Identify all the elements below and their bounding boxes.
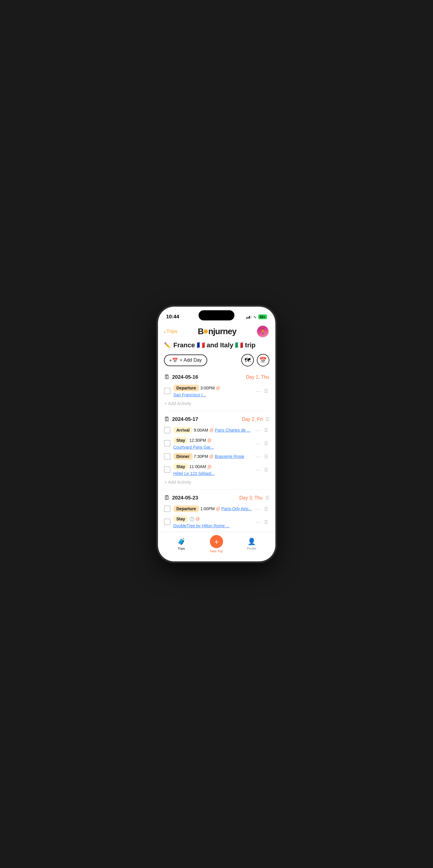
activity-tag: Stay <box>173 437 189 443</box>
more-options-button[interactable]: ⋮ <box>255 467 262 472</box>
more-options-button[interactable]: ⋮ <box>255 441 262 445</box>
day-calendar-icon-2: 🗓 <box>164 416 170 423</box>
toolbar-icons: 🗺 📅 <box>241 354 269 367</box>
more-options-button[interactable]: ⋮ <box>255 507 262 511</box>
back-button[interactable]: ‹ Trips <box>164 328 178 335</box>
battery-badge: 52+ <box>258 314 267 319</box>
drag-handle[interactable]: ☰ <box>264 388 268 394</box>
add-activity-button-day2[interactable]: + Add Activity <box>164 479 269 485</box>
activity-at: @ <box>196 517 200 521</box>
day-header-2: 🗓 2024-05-17 Day 2, Fri ☰ <box>164 414 269 424</box>
day-label-2: Day 2, Fri <box>242 417 263 422</box>
back-chevron-icon: ‹ <box>164 328 166 335</box>
signal-bars-icon <box>246 315 252 319</box>
map-icon: 🗺 <box>244 357 251 364</box>
trip-title: France 🇫🇷 and Italy 🇮🇹 trip <box>173 341 256 349</box>
logo-b: B <box>198 327 203 336</box>
nav-profile[interactable]: 👤 Profile <box>234 538 269 550</box>
more-options-button[interactable]: ⋮ <box>255 428 262 432</box>
signal-bar-2 <box>247 317 248 319</box>
activity-actions: ⋮ ☰ <box>255 519 268 525</box>
back-label: Trips <box>166 329 177 335</box>
activity-content: Arrival 9:00AM @ Paris Charles de ... <box>173 427 252 433</box>
more-options-button[interactable]: ⋮ <box>255 454 262 459</box>
activity-time: 12:30PM <box>189 438 206 443</box>
main-content: ✏️ France 🇫🇷 and Italy 🇮🇹 trip +📅 + Add … <box>158 341 275 532</box>
drag-handle[interactable]: ☰ <box>264 519 268 525</box>
drag-handle[interactable]: ☰ <box>264 467 268 472</box>
activity-place[interactable]: DoubleTree by Hilton Rome ... <box>173 523 230 528</box>
new-trip-circle: + <box>210 535 223 548</box>
profile-icon: 👤 <box>247 538 256 546</box>
activity-tag: Stay <box>173 463 189 470</box>
nav-trips-label: Trips <box>178 547 185 550</box>
activity-place[interactable]: Paris-Orly Airp... <box>221 506 252 511</box>
drag-handle[interactable]: ☰ <box>264 441 268 446</box>
activity-place[interactable]: Brasserie Rosie <box>215 454 244 459</box>
activity-time: 11:00AM <box>189 464 206 469</box>
signal-bar-1 <box>246 317 247 319</box>
day-drag-handle-2[interactable]: ☰ <box>265 416 269 422</box>
activity-at: @ <box>209 428 213 433</box>
activity-actions: ⋮ ☰ <box>255 467 268 472</box>
add-activity-button-day1[interactable]: + Add Activity <box>164 401 269 406</box>
phone-frame: 10:44 ∿ 52+ ‹ Trips Bnjurney <box>158 307 275 561</box>
activity-checkbox[interactable] <box>164 440 170 446</box>
day-calendar-icon-1: 🗓 <box>164 374 170 380</box>
toolbar: +📅 + Add Day 🗺 📅 <box>164 354 269 367</box>
logo-dot <box>204 330 208 334</box>
more-options-button[interactable]: ⋮ <box>255 520 262 524</box>
activity-actions: ⋮ ☰ <box>255 388 268 394</box>
add-day-label: + Add Day <box>180 358 202 363</box>
day-header-3: 🗓 2024-05-23 Day 3, Thu ☰ <box>164 493 269 502</box>
day-date-row-1: 🗓 2024-05-16 <box>164 374 198 380</box>
activity-content: Stay 12:30PM @ Courtyard Paris Gar... <box>173 437 252 450</box>
activity-place[interactable]: Courtyard Paris Gar... <box>173 445 214 450</box>
nav-profile-label: Profile <box>247 547 256 550</box>
activity-at: @ <box>216 385 220 390</box>
day-section-2: 🗓 2024-05-17 Day 2, Fri ☰ Arrival 9:00AM… <box>164 414 269 485</box>
activity-time: 7:30PM <box>194 454 208 459</box>
avatar[interactable]: 🧍 <box>257 325 269 338</box>
activity-place[interactable]: San Francisco I... <box>173 393 206 397</box>
day-date-row-2: 🗓 2024-05-17 <box>164 416 198 423</box>
signal-bar-3 <box>249 316 250 319</box>
drag-handle[interactable]: ☰ <box>264 454 268 459</box>
activity-content: Departure 1:00PM @ Paris-Orly Airp... <box>173 505 252 512</box>
activity-checkbox[interactable] <box>164 505 170 512</box>
activity-place[interactable]: Hôtel Le 123 Sébast... <box>173 471 215 476</box>
activity-content: Stay 11:00AM @ Hôtel Le 123 Sébast... <box>173 463 252 476</box>
activity-checkbox[interactable] <box>164 466 170 473</box>
drag-handle[interactable]: ☰ <box>264 427 268 433</box>
divider <box>164 411 269 411</box>
activity-item: Departure 1:00PM @ Paris-Orly Airp... ⋮ … <box>164 505 269 512</box>
activity-checkbox[interactable] <box>164 427 170 433</box>
activity-item: Dinner 7:30PM @ Brasserie Rosie ⋮ ☰ <box>164 453 269 460</box>
add-day-button[interactable]: +📅 + Add Day <box>164 354 207 366</box>
app-header: ‹ Trips Bnjurney 🧍 <box>158 323 275 341</box>
clock-icon: 🕐 <box>189 517 194 521</box>
more-options-button[interactable]: ⋮ <box>255 389 262 393</box>
edit-icon[interactable]: ✏️ <box>164 342 170 348</box>
activity-actions: ⋮ ☰ <box>255 441 268 446</box>
day-date-row-3: 🗓 2024-05-23 <box>164 494 198 501</box>
activity-checkbox[interactable] <box>164 453 170 460</box>
day-label-3: Day 3, Thu <box>239 495 263 501</box>
activity-tag: Arrival <box>173 427 193 433</box>
day-drag-handle-3[interactable]: ☰ <box>265 495 269 501</box>
nav-new-trip[interactable]: + New Trip <box>199 535 234 553</box>
activity-checkbox[interactable] <box>164 388 170 394</box>
activity-tag: Stay <box>173 516 189 522</box>
day-label-1: Day 1, Thu <box>246 374 269 380</box>
dynamic-island <box>199 310 234 320</box>
activity-place[interactable]: Paris Charles de ... <box>215 428 250 433</box>
activity-checkbox[interactable] <box>164 519 170 525</box>
day-date-3: 2024-05-23 <box>172 495 198 501</box>
activity-item: Arrival 9:00AM @ Paris Charles de ... ⋮ … <box>164 427 269 433</box>
map-button[interactable]: 🗺 <box>241 354 254 367</box>
nav-trips[interactable]: 🧳 Trips <box>164 538 199 550</box>
drag-handle[interactable]: ☰ <box>264 506 268 512</box>
activity-content: Stay 🕐 @ DoubleTree by Hilton Rome ... <box>173 516 252 528</box>
calendar-button[interactable]: 📅 <box>257 354 269 367</box>
activity-actions: ⋮ ☰ <box>255 427 268 433</box>
